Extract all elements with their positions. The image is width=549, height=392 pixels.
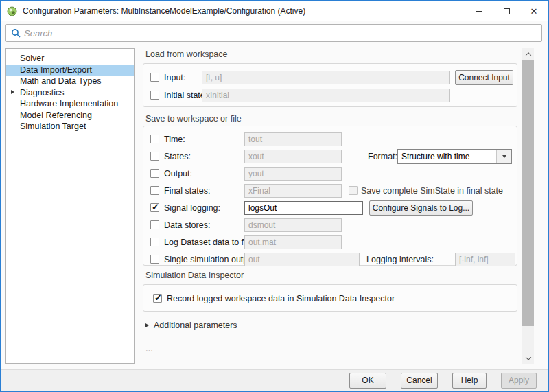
final-states-label: Final states: [164, 186, 210, 196]
log-dataset-checkbox[interactable] [150, 238, 159, 246]
single-simulation-output-row: Single simulation output: out Logging in… [143, 253, 517, 268]
sidebar-item-label: Data Import/Export [20, 65, 92, 75]
data-stores-field[interactable]: dsmout [244, 218, 342, 232]
log-dataset-field[interactable]: out.mat [244, 235, 342, 249]
states-checkbox[interactable] [150, 152, 159, 161]
logging-intervals-field[interactable]: [-inf, inf] [455, 253, 515, 266]
connect-input-button[interactable]: Connect Input [455, 70, 513, 85]
sidebar-item-math-and-data-types[interactable]: Math and Data Types [6, 76, 134, 87]
scroll-down-button[interactable] [522, 352, 534, 364]
format-selected-value: Structure with time [398, 150, 496, 163]
time-row: Time: tout [143, 132, 517, 148]
final-states-checkbox[interactable] [150, 186, 159, 195]
format-label: Format: [368, 152, 397, 161]
output-checkbox[interactable] [150, 169, 159, 178]
sidebar-item-solver[interactable]: Solver [6, 53, 134, 65]
close-icon: ✕ [530, 7, 538, 16]
sidebar-item-label: Math and Data Types [20, 76, 102, 86]
sidebar-item-label: Model Referencing [20, 111, 92, 120]
record-logged-checkbox[interactable] [153, 294, 162, 303]
apply-button[interactable]: Apply [501, 373, 537, 389]
save-to-workspace-heading: Save to workspace or file [145, 114, 242, 124]
log-dataset-row: Log Dataset data to file: out.mat [143, 235, 517, 251]
sidebar-item-model-referencing[interactable]: Model Referencing [6, 110, 134, 122]
expand-arrow-icon[interactable] [11, 90, 14, 94]
single-simulation-output-field[interactable]: out [244, 253, 360, 266]
data-stores-label: Data stores: [164, 220, 210, 230]
initial-state-label: Initial state: [164, 91, 207, 100]
states-row: States: xout Format: Structure with time [143, 150, 517, 165]
help-button-label: Help [461, 376, 478, 385]
save-complete-simstate-label: Save complete SimState in final state [361, 186, 503, 196]
sidebar-item-data-import-export[interactable]: Data Import/Export [6, 65, 134, 76]
initial-state-checkbox[interactable] [150, 91, 159, 100]
sidebar-item-label: Simulation Target [20, 122, 86, 131]
category-list: Solver Data Import/Export Math and Data … [5, 48, 135, 364]
search-input[interactable]: Search [5, 24, 542, 42]
load-from-workspace-group: Input: [t, u] Connect Input Initial stat… [143, 63, 517, 107]
single-simulation-output-label: Single simulation output: [164, 255, 257, 264]
record-logged-label: Record logged workspace data in Simulati… [167, 294, 395, 303]
output-row: Output: yout [143, 167, 517, 182]
apply-button-label: Apply [509, 376, 529, 385]
simulation-data-inspector-heading: Simulation Data Inspector [145, 270, 244, 280]
input-checkbox[interactable] [150, 73, 159, 82]
signal-logging-field[interactable]: logsOut [244, 201, 363, 215]
input-row: Input: [t, u] Connect Input [143, 71, 517, 86]
single-simulation-output-checkbox[interactable] [150, 255, 159, 264]
data-stores-row: Data stores: dsmout [143, 218, 517, 233]
expand-arrow-icon [145, 323, 149, 327]
record-logged-row: Record logged workspace data in Simulati… [143, 292, 517, 307]
final-states-field[interactable]: xFinal [244, 184, 342, 198]
scroll-up-button[interactable] [522, 48, 534, 60]
minimize-button[interactable] [465, 1, 493, 21]
simulation-data-inspector-group: Record logged workspace data in Simulati… [143, 284, 517, 312]
sidebar-item-hardware-implementation[interactable]: Hardware Implementation [6, 98, 134, 110]
data-stores-checkbox[interactable] [150, 220, 159, 229]
chevron-up-icon [525, 52, 530, 58]
cancel-button[interactable]: Cancel [401, 373, 438, 389]
ok-button-label: OK [362, 376, 373, 385]
signal-logging-row: Signal logging: logsOut Configure Signal… [143, 201, 517, 216]
vertical-scrollbar[interactable] [522, 48, 534, 364]
sidebar-item-label: Hardware Implementation [20, 99, 118, 108]
input-field[interactable]: [t, u] [202, 71, 450, 84]
window-controls: ✕ [465, 1, 548, 21]
window-title: Configuration Parameters: MultiInstanceM… [23, 6, 305, 16]
output-label: Output: [164, 169, 192, 178]
signal-logging-checkbox[interactable] [150, 203, 159, 212]
search-icon [11, 28, 21, 38]
overflow-ellipsis: ... [145, 343, 153, 354]
configuration-parameters-dialog: Configuration Parameters: MultiInstanceM… [0, 0, 549, 392]
sidebar-item-diagnostics[interactable]: Diagnostics [6, 87, 134, 99]
save-complete-simstate-checkbox[interactable] [349, 186, 358, 195]
configure-signals-to-log-button[interactable]: Configure Signals to Log... [369, 200, 473, 216]
sidebar-item-label: Solver [20, 54, 44, 63]
simulink-app-icon [7, 6, 17, 16]
load-from-workspace-heading: Load from workspace [145, 49, 228, 59]
close-button[interactable]: ✕ [520, 1, 548, 21]
ok-button[interactable]: OK [349, 373, 386, 389]
save-to-workspace-group: Time: tout States: xout Format: Structur… [143, 126, 517, 266]
initial-state-field[interactable]: xInitial [202, 89, 450, 102]
initial-state-row: Initial state: xInitial [143, 89, 517, 104]
additional-parameters-expander[interactable]: Additional parameters [145, 321, 237, 330]
dropdown-arrow-button[interactable] [496, 150, 511, 163]
input-label: Input: [164, 73, 185, 82]
title-bar: Configuration Parameters: MultiInstanceM… [1, 1, 548, 21]
minimize-icon [476, 11, 482, 12]
logging-intervals-label: Logging intervals: [366, 255, 434, 264]
format-dropdown[interactable]: Structure with time [397, 149, 512, 164]
time-checkbox[interactable] [150, 135, 159, 143]
sidebar-item-simulation-target[interactable]: Simulation Target [6, 121, 134, 132]
scrollbar-thumb[interactable] [522, 60, 534, 326]
dialog-button-bar: OK Cancel Help Apply [1, 369, 548, 391]
maximize-icon [504, 8, 510, 14]
output-field[interactable]: yout [244, 167, 342, 181]
maximize-button[interactable] [493, 1, 520, 21]
chevron-down-icon [525, 354, 530, 360]
states-field[interactable]: xout [244, 150, 342, 163]
help-button[interactable]: Help [452, 373, 487, 389]
time-field[interactable]: tout [244, 132, 342, 146]
sidebar-item-label: Diagnostics [20, 88, 65, 97]
